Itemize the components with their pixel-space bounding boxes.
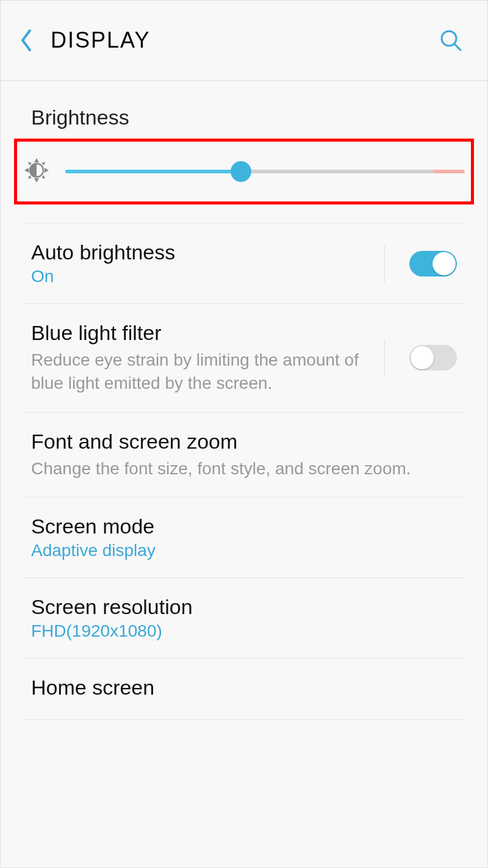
brightness-slider-thumb[interactable] [231, 161, 251, 182]
chevron-left-icon [19, 28, 32, 52]
toggle-separator [384, 245, 385, 282]
auto-brightness-title: Auto brightness [31, 241, 372, 264]
svg-marker-9 [41, 175, 45, 179]
svg-marker-6 [28, 162, 32, 165]
toggle-knob [432, 252, 456, 275]
screen-mode-title: Screen mode [31, 515, 457, 538]
blue-light-toggle[interactable] [409, 345, 457, 371]
screen-resolution-text: Screen resolution FHD(1920x1080) [31, 595, 457, 641]
blue-light-title: Blue light filter [31, 321, 372, 345]
screen-mode-text: Screen mode Adaptive display [31, 515, 457, 560]
screen-resolution-title: Screen resolution [31, 595, 457, 619]
header-divider [1, 80, 487, 81]
screen-resolution-row[interactable]: Screen resolution FHD(1920x1080) [1, 578, 487, 658]
brightness-slider-row [14, 139, 474, 204]
search-icon [439, 28, 463, 52]
screen-mode-value: Adaptive display [31, 541, 457, 560]
svg-marker-3 [34, 178, 39, 183]
svg-marker-5 [45, 168, 49, 173]
font-zoom-row[interactable]: Font and screen zoom Change the font siz… [1, 413, 487, 497]
svg-marker-2 [34, 158, 39, 162]
auto-brightness-status: On [31, 267, 372, 286]
auto-brightness-toggle[interactable] [409, 251, 457, 277]
header-bar: DISPLAY [1, 1, 487, 80]
blue-light-filter-row[interactable]: Blue light filter Reduce eye strain by l… [1, 304, 487, 412]
font-zoom-description: Change the font size, font style, and sc… [31, 457, 457, 480]
svg-marker-7 [41, 162, 45, 165]
blue-light-description: Reduce eye strain by limiting the amount… [31, 349, 372, 395]
toggle-knob [411, 346, 434, 369]
svg-marker-4 [24, 168, 29, 173]
divider [22, 719, 466, 720]
auto-brightness-row[interactable]: Auto brightness On [1, 223, 487, 303]
svg-marker-8 [28, 175, 32, 179]
screen-mode-row[interactable]: Screen mode Adaptive display [1, 497, 487, 577]
auto-brightness-text: Auto brightness On [31, 241, 372, 286]
home-screen-title: Home screen [31, 676, 457, 700]
svg-line-1 [454, 44, 461, 50]
font-zoom-text: Font and screen zoom Change the font siz… [31, 430, 457, 480]
search-button[interactable] [439, 28, 463, 52]
back-button[interactable] [19, 28, 32, 52]
blue-light-text: Blue light filter Reduce eye strain by l… [31, 321, 372, 395]
brightness-section-title: Brightness [1, 93, 487, 139]
home-screen-text: Home screen [31, 676, 457, 702]
screen-resolution-value: FHD(1920x1080) [31, 621, 457, 641]
brightness-icon [23, 157, 50, 186]
home-screen-row[interactable]: Home screen [1, 659, 487, 719]
toggle-separator [384, 339, 385, 376]
page-title: DISPLAY [51, 27, 439, 53]
font-zoom-title: Font and screen zoom [31, 430, 457, 454]
brightness-slider[interactable] [65, 170, 465, 173]
